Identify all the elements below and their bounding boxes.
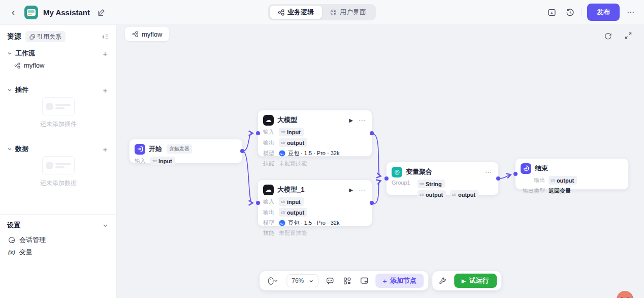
section-plugin-label: 插件	[15, 85, 28, 95]
start-input-label: 输入	[135, 157, 147, 165]
llm-output-port[interactable]	[370, 131, 374, 135]
type-badge: str	[152, 159, 157, 163]
llm-input-tag: strinput	[279, 128, 304, 136]
llm-title: 大模型	[277, 115, 297, 125]
section-data[interactable]: 数据 +	[7, 144, 110, 154]
node-more-button[interactable]: ⋯	[358, 115, 367, 125]
node-more-button[interactable]: ⋯	[484, 167, 493, 177]
plugin-skeleton-card	[42, 97, 75, 115]
llm1-skill-label: 技能	[263, 229, 275, 237]
llm1-skill-value: 未配置技能	[279, 229, 307, 237]
start-output-port[interactable]	[240, 149, 244, 153]
add-workflow-button[interactable]: +	[100, 48, 110, 58]
end-input-port[interactable]	[513, 172, 518, 176]
tag-value: input	[158, 158, 172, 164]
assistant-helper-avatar[interactable]	[617, 291, 633, 298]
add-plugin-button[interactable]: +	[100, 85, 110, 95]
sidebar-divider	[0, 214, 117, 215]
resource-sidebar: 资源 引用关系 工作流 + myflow 插件 + 还未添加插件 数据 +	[0, 24, 117, 298]
minimap-button[interactable]	[358, 275, 370, 287]
llm-input-port[interactable]	[256, 131, 260, 135]
run-node-button[interactable]: ▶	[348, 116, 354, 124]
app-avatar	[24, 6, 38, 19]
llm-skill-label: 技能	[263, 160, 275, 167]
section-workflow[interactable]: 工作流 +	[7, 48, 110, 58]
publish-manage-icon[interactable]	[545, 6, 558, 19]
pointer-mode-button[interactable]	[264, 275, 281, 287]
minimap-icon	[360, 277, 368, 284]
aggregate-output-port[interactable]	[496, 176, 500, 181]
chevron-down-icon	[274, 279, 278, 283]
tab-user-interface[interactable]: 用户界面	[322, 6, 374, 19]
add-data-button[interactable]: +	[100, 144, 110, 154]
workflow-icon	[132, 31, 138, 37]
node-end[interactable]: 结束 输出 stroutput 输出类型 返回变量	[515, 158, 629, 190]
canvas-tools	[601, 29, 635, 42]
doubao-icon	[279, 150, 285, 157]
collapse-sidebar-icon[interactable]	[100, 32, 110, 42]
node-llm-1[interactable]: ☁ 大模型_1 ▶ ⋯ 输入 strinput 输出 stroutput 模型 …	[257, 180, 372, 226]
chevron-down-icon[interactable]	[7, 146, 12, 152]
settings-chevron-icon[interactable]	[100, 220, 110, 230]
section-data-label: 数据	[15, 144, 28, 154]
workflow-icon	[14, 63, 20, 69]
section-plugin[interactable]: 插件 +	[7, 85, 110, 95]
back-button[interactable]: ‹	[7, 6, 19, 18]
session-icon	[8, 236, 15, 244]
aggregate-input-port[interactable]	[384, 176, 389, 181]
add-node-button[interactable]: + 添加节点	[375, 274, 424, 288]
llm-icon: ☁	[263, 115, 274, 126]
end-output-type-label: 输出类型	[521, 187, 545, 195]
tab-user-interface-label: 用户界面	[340, 8, 366, 17]
section-settings-label: 设置	[7, 221, 20, 230]
debug-tools-button[interactable]	[437, 275, 449, 287]
llm-skill-value: 未配置技能	[279, 160, 307, 167]
llm1-model-value: 豆包 · 1.5 · Pro · 32k	[279, 219, 339, 227]
plugin-empty-text: 还未添加插件	[40, 120, 77, 129]
comment-button[interactable]	[324, 275, 336, 287]
flow-tab-myflow[interactable]: myflow	[125, 27, 169, 41]
test-run-button[interactable]: ▶ 试运行	[454, 274, 497, 288]
palette-icon	[330, 9, 337, 16]
test-run-label: 试运行	[469, 276, 489, 285]
sidebar-item-myflow[interactable]: myflow	[14, 62, 110, 69]
data-skeleton-card	[42, 156, 75, 174]
llm1-output-port[interactable]	[370, 201, 374, 205]
reference-icon	[29, 34, 35, 40]
llm1-input-label: 输入	[263, 198, 275, 205]
node-aggregate[interactable]: ◎ 变量聚合 ⋯ Group1 strString stroutput stro…	[386, 162, 499, 195]
chevron-down-icon[interactable]	[7, 87, 12, 93]
chevron-down-icon	[309, 279, 313, 283]
zoom-select[interactable]: 76%	[286, 274, 318, 287]
zoom-value: 76%	[292, 277, 304, 284]
sidebar-item-session[interactable]: 会话管理	[8, 235, 110, 245]
edit-title-icon[interactable]	[95, 6, 108, 19]
header-more-button[interactable]: ⋯	[625, 8, 637, 17]
section-settings[interactable]: 设置	[7, 220, 110, 230]
end-icon	[521, 163, 531, 174]
llm1-input-port[interactable]	[256, 201, 260, 205]
history-icon[interactable]	[563, 6, 576, 19]
llm-model-value: 豆包 · 1.5 · Pro · 32k	[279, 150, 339, 157]
tab-business-logic[interactable]: 业务逻辑	[270, 6, 322, 19]
sidebar-item-variable[interactable]: (x) 变量	[8, 248, 110, 257]
doubao-icon	[279, 220, 285, 226]
node-llm[interactable]: ☁ 大模型 ▶ ⋯ 输入 strinput 输出 stroutput 模型 豆包…	[257, 110, 372, 157]
aggregate-title: 变量聚合	[406, 167, 432, 176]
fullscreen-icon[interactable]	[622, 29, 635, 42]
variable-label: 变量	[19, 248, 32, 257]
node-start[interactable]: 开始 含触发器 输入 str input	[129, 139, 243, 163]
auto-layout-button[interactable]	[341, 275, 353, 287]
node-more-button[interactable]: ⋯	[358, 185, 367, 195]
workflow-canvas[interactable]: myflow 开始 含触发器 输入 str input ☁	[117, 24, 644, 298]
run-node-button[interactable]: ▶	[348, 186, 354, 194]
reference-relation-pill[interactable]: 引用关系	[25, 31, 66, 42]
llm1-output-label: 输出	[263, 208, 275, 216]
data-empty-text: 还未添加数据	[40, 179, 77, 188]
refresh-icon[interactable]	[601, 29, 615, 42]
comment-icon	[326, 277, 334, 285]
chevron-down-icon[interactable]	[7, 51, 12, 56]
publish-button[interactable]: 发布	[587, 4, 620, 21]
llm-output-tag: stroutput	[279, 138, 307, 147]
toolbar-run-group: ▶ 试运行	[432, 271, 501, 290]
